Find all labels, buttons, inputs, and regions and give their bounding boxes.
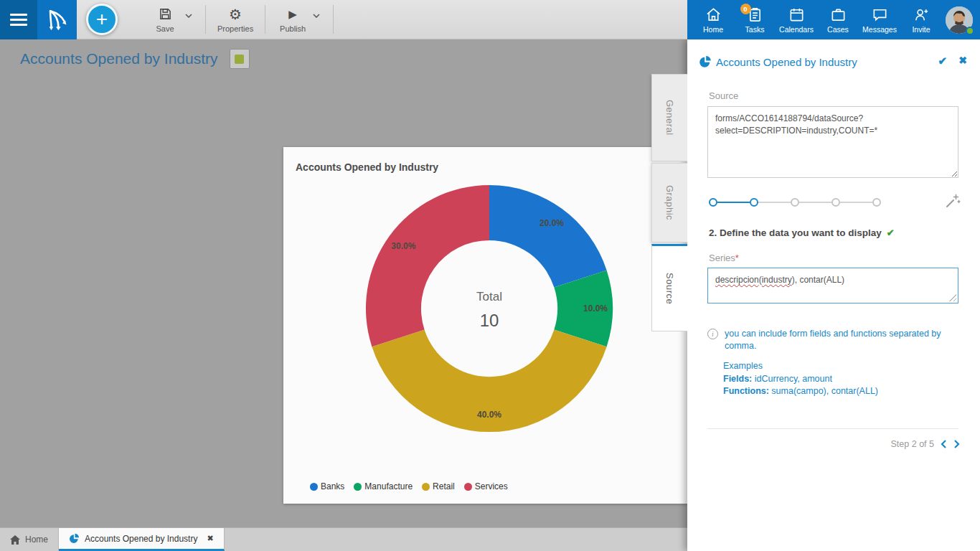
status-chip-button[interactable] <box>230 49 250 69</box>
step-connector <box>840 202 872 203</box>
donut-slice-services[interactable] <box>366 185 489 347</box>
hint-text: you can include form fields and function… <box>725 328 956 352</box>
invite-person-icon <box>913 6 930 24</box>
nav-calendars[interactable]: Calendars <box>776 6 817 34</box>
chart-legend: BanksManufactureRetailServices <box>310 481 508 491</box>
required-asterisk: * <box>735 253 739 263</box>
save-icon <box>159 6 172 22</box>
toolbar-divider <box>205 5 206 34</box>
legend-item-services[interactable]: Services <box>464 481 508 491</box>
confirm-icon[interactable]: ✔ <box>938 55 947 67</box>
panel-title: Accounts Opened by Industry <box>716 56 857 68</box>
magic-wand-icon[interactable] <box>944 192 961 212</box>
series-field-label: Series* <box>709 253 739 263</box>
home-icon <box>10 535 20 545</box>
cases-icon <box>830 6 847 24</box>
series-text-part: descripcion <box>715 275 759 285</box>
wizard-stepper <box>709 198 881 207</box>
hamburger-icon <box>10 14 27 16</box>
user-avatar[interactable] <box>946 6 973 34</box>
tab-source[interactable]: Source <box>651 244 687 331</box>
add-widget-button[interactable]: + <box>86 4 118 35</box>
pie-chart-icon <box>69 533 80 544</box>
slice-percent-label: 40.0% <box>477 410 501 420</box>
home-icon <box>705 6 722 24</box>
publish-dropdown-caret[interactable] <box>311 8 324 31</box>
toolbar-divider <box>265 5 265 34</box>
nav-cases[interactable]: Cases <box>817 6 859 34</box>
step-heading: 2. Define the data you want to display✔ <box>709 227 895 238</box>
tab-graphic[interactable]: Graphic <box>651 163 687 242</box>
pie-chart-icon <box>699 55 712 71</box>
legend-item-retail[interactable]: Retail <box>422 481 455 491</box>
nav-invite[interactable]: Invite <box>900 6 942 34</box>
legend-item-banks[interactable]: Banks <box>310 481 344 491</box>
step-5-circle[interactable] <box>872 198 881 207</box>
examples-title: Examples <box>723 360 878 373</box>
tab-accounts-opened-by-industry[interactable]: Accounts Opened by Industry ✖ <box>59 528 225 551</box>
global-nav: Home 0 Tasks Calendars Cases <box>687 0 980 39</box>
series-text-part: ), contar(ALL) <box>792 275 844 285</box>
step-connector <box>799 202 831 203</box>
source-input[interactable]: forms/ACCO1614188794/dataSource?select=D… <box>707 106 958 178</box>
step-2-circle[interactable] <box>750 198 758 207</box>
legend-dot-icon <box>354 483 362 491</box>
next-step-icon[interactable] <box>953 439 960 449</box>
resize-handle[interactable] <box>949 294 956 301</box>
series-text-part: industry <box>762 275 792 285</box>
panel-side-tabs: General Graphic Source <box>651 74 687 331</box>
panel-divider <box>707 428 958 429</box>
close-panel-icon[interactable]: ✖ <box>958 55 967 66</box>
step-4-circle[interactable] <box>831 198 840 207</box>
dashboard-canvas: Accounts Opened by Industry Accounts Ope… <box>0 39 687 527</box>
chart-widget-card[interactable]: Accounts Opened by Industry 20.0%10.0%40… <box>283 147 687 504</box>
step-connector <box>717 202 750 203</box>
legend-dot-icon <box>464 483 472 491</box>
info-icon: i <box>707 329 718 339</box>
save-dropdown-caret[interactable] <box>184 8 197 31</box>
step-connector <box>758 202 791 203</box>
nav-messages[interactable]: Messages <box>859 6 900 34</box>
previous-step-icon[interactable] <box>941 439 947 449</box>
functions-example: Functions: suma(campo), contar(ALL) <box>723 385 878 398</box>
publish-button[interactable]: ▶ Publish <box>274 5 311 34</box>
nav-home[interactable]: Home <box>692 6 734 34</box>
status-green-square-icon <box>235 55 244 64</box>
examples-block: Examples Fields: idCurrency, amount Func… <box>723 360 878 398</box>
valid-check-icon: ✔ <box>887 227 895 238</box>
series-input[interactable]: descripcion(industry), contar(ALL) <box>707 268 958 303</box>
legend-dot-icon <box>310 483 318 491</box>
gear-icon: ⚙ <box>229 6 242 22</box>
slice-percent-label: 30.0% <box>391 241 415 251</box>
step-1-circle[interactable] <box>709 198 717 207</box>
legend-item-manufacture[interactable]: Manufacture <box>354 481 413 491</box>
source-field-label: Source <box>709 90 738 101</box>
calendar-icon <box>788 6 805 24</box>
branch-logo-icon <box>45 8 70 32</box>
play-icon: ▶ <box>288 6 297 22</box>
close-tab-icon[interactable]: ✖ <box>207 534 213 543</box>
wizard-footer: Step 2 of 5 <box>891 439 960 449</box>
app-screen: + Save ⚙ Properties <box>0 0 980 551</box>
publish-label: Publish <box>280 24 306 33</box>
hint-row: i you can include form fields and functi… <box>707 328 956 352</box>
hamburger-menu-button[interactable] <box>0 0 37 39</box>
messages-icon <box>872 6 888 24</box>
bottom-tab-bar: Home Accounts Opened by Industry ✖ <box>0 527 687 551</box>
save-button[interactable]: Save <box>146 5 184 34</box>
nav-tasks[interactable]: 0 Tasks <box>734 6 776 34</box>
donut-slice-banks[interactable] <box>489 185 607 288</box>
properties-button[interactable]: ⚙ Properties <box>215 5 256 34</box>
widget-settings-panel: Accounts Opened by Industry ✔ ✖ Source f… <box>687 39 980 551</box>
tasks-icon: 0 <box>747 6 763 24</box>
properties-label: Properties <box>217 24 253 33</box>
tasks-badge: 0 <box>740 4 751 14</box>
presence-status-dot <box>966 27 974 35</box>
page-title: Accounts Opened by Industry <box>20 50 218 67</box>
app-logo[interactable] <box>37 0 77 39</box>
tab-home[interactable]: Home <box>0 528 59 551</box>
step-3-circle[interactable] <box>791 198 799 207</box>
legend-dot-icon <box>422 483 430 491</box>
save-label: Save <box>156 24 174 33</box>
tab-general[interactable]: General <box>651 74 687 161</box>
